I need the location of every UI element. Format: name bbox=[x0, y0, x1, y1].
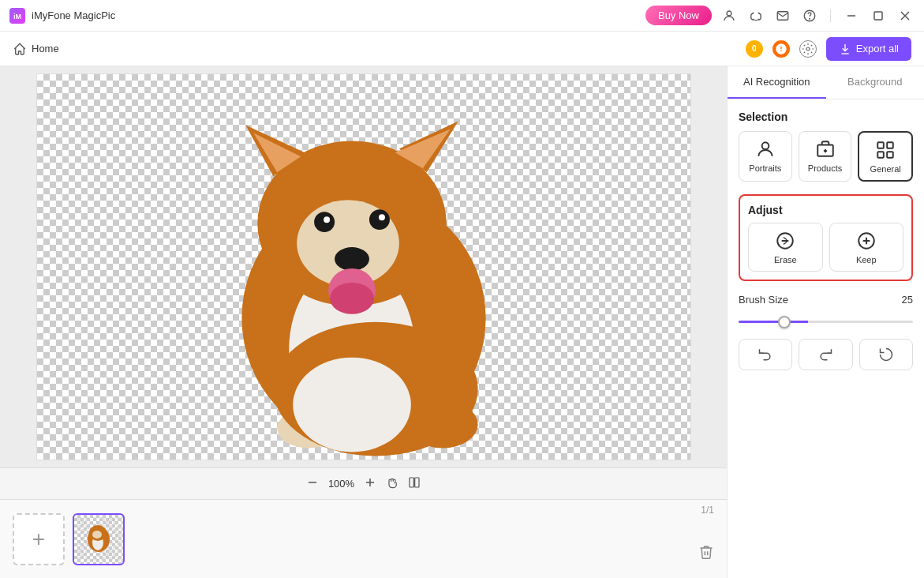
help-icon[interactable] bbox=[800, 6, 819, 25]
svg-rect-7 bbox=[874, 12, 882, 20]
brush-size-value: 25 bbox=[902, 294, 913, 306]
svg-rect-49 bbox=[887, 152, 893, 158]
products-icon bbox=[814, 138, 836, 160]
svg-rect-48 bbox=[877, 152, 884, 158]
selection-general-button[interactable]: General bbox=[858, 131, 913, 182]
canvas-image[interactable] bbox=[36, 73, 691, 460]
main-area: 100% 1/1 + AI R bbox=[0, 66, 924, 578]
home-button[interactable]: Home bbox=[13, 42, 59, 56]
general-icon bbox=[874, 139, 896, 161]
svg-point-23 bbox=[324, 216, 330, 223]
svg-point-22 bbox=[314, 212, 335, 232]
svg-point-25 bbox=[378, 214, 384, 220]
products-label: Products bbox=[808, 163, 842, 173]
app-logo: iM bbox=[9, 8, 25, 24]
settings-icon[interactable] bbox=[799, 40, 817, 58]
thumbnail-strip: 1/1 + bbox=[0, 499, 727, 578]
export-all-button[interactable]: Export all bbox=[826, 37, 911, 61]
general-label: General bbox=[870, 164, 901, 174]
adjust-grid: Erase Keep bbox=[748, 223, 903, 272]
undo-button[interactable] bbox=[739, 339, 792, 370]
user-icon[interactable] bbox=[720, 6, 739, 25]
toolbar-right: 0 Export all bbox=[746, 37, 911, 61]
svg-point-10 bbox=[806, 47, 810, 51]
panel-tabs: AI Recognition Background bbox=[728, 66, 924, 99]
page-count: 1/1 bbox=[701, 505, 714, 516]
selection-grid: Portraits Products General bbox=[739, 131, 913, 182]
brush-size-slider[interactable] bbox=[739, 321, 913, 323]
erase-button[interactable]: Erase bbox=[748, 223, 823, 272]
close-button[interactable] bbox=[896, 6, 915, 25]
canvas-area: 100% 1/1 + bbox=[0, 66, 727, 578]
svg-point-5 bbox=[810, 18, 810, 19]
mail-icon[interactable] bbox=[773, 6, 792, 25]
svg-point-24 bbox=[368, 209, 389, 230]
notification-orange[interactable] bbox=[772, 40, 790, 58]
hand-tool-button[interactable] bbox=[386, 476, 398, 492]
dog-svg bbox=[37, 73, 690, 460]
export-label: Export all bbox=[856, 43, 899, 54]
titlebar-right: Buy Now bbox=[645, 6, 915, 25]
selection-products-button[interactable]: Products bbox=[799, 131, 852, 182]
thumbnail-item[interactable] bbox=[73, 513, 125, 565]
svg-point-19 bbox=[335, 247, 369, 271]
titlebar-left: iM iMyFone MagicPic bbox=[9, 8, 115, 24]
panel-content: Selection Portraits Products bbox=[728, 99, 924, 578]
reset-button[interactable] bbox=[859, 339, 913, 370]
buy-now-button[interactable]: Buy Now bbox=[645, 6, 712, 25]
svg-rect-47 bbox=[887, 142, 893, 148]
svg-point-21 bbox=[330, 283, 374, 314]
brush-size-row: Brush Size 25 bbox=[739, 294, 913, 306]
discord-icon[interactable] bbox=[746, 6, 765, 25]
portraits-label: Portraits bbox=[749, 163, 781, 173]
svg-rect-33 bbox=[410, 478, 413, 487]
brush-size-label: Brush Size bbox=[739, 294, 788, 306]
svg-point-2 bbox=[727, 11, 731, 16]
divider bbox=[830, 9, 831, 22]
adjust-label: Adjust bbox=[748, 204, 903, 216]
keep-icon bbox=[855, 230, 877, 252]
portraits-icon bbox=[754, 138, 776, 160]
home-label: Home bbox=[32, 43, 59, 54]
zoom-minus-button[interactable] bbox=[306, 476, 319, 492]
brush-size-slider-container bbox=[739, 312, 913, 326]
add-icon: + bbox=[32, 527, 45, 552]
delete-thumbnail-button[interactable] bbox=[698, 544, 714, 564]
selection-portraits-button[interactable]: Portraits bbox=[739, 131, 792, 182]
adjust-section: Adjust Erase Keep bbox=[739, 194, 913, 281]
right-panel: AI Recognition Background Selection Port… bbox=[727, 66, 924, 578]
toolbar-left: Home bbox=[13, 42, 59, 56]
titlebar: iM iMyFone MagicPic Buy Now bbox=[0, 0, 924, 32]
svg-text:iM: iM bbox=[13, 13, 21, 21]
svg-rect-46 bbox=[877, 142, 884, 148]
app-title: iMyFone MagicPic bbox=[32, 9, 115, 21]
redo-button[interactable] bbox=[799, 339, 852, 370]
erase-label: Erase bbox=[774, 255, 797, 265]
keep-button[interactable]: Keep bbox=[829, 223, 904, 272]
zoom-plus-button[interactable] bbox=[364, 476, 376, 492]
svg-rect-34 bbox=[415, 478, 419, 487]
svg-point-43 bbox=[761, 142, 769, 149]
selection-label: Selection bbox=[739, 111, 913, 123]
notification-yellow[interactable]: 0 bbox=[746, 40, 763, 58]
zoom-level: 100% bbox=[328, 478, 354, 490]
action-row bbox=[739, 339, 913, 370]
tab-background[interactable]: Background bbox=[826, 66, 925, 99]
add-image-button[interactable]: + bbox=[13, 513, 65, 565]
zoom-bar: 100% bbox=[0, 467, 727, 499]
minimize-button[interactable] bbox=[842, 6, 861, 25]
maximize-button[interactable] bbox=[869, 6, 888, 25]
split-view-button[interactable] bbox=[408, 476, 421, 492]
canvas-viewport[interactable] bbox=[0, 66, 727, 467]
erase-icon bbox=[774, 230, 796, 252]
toolbar: Home 0 Export all bbox=[0, 32, 924, 66]
svg-point-42 bbox=[92, 531, 102, 539]
tab-ai-recognition[interactable]: AI Recognition bbox=[728, 66, 826, 99]
svg-point-29 bbox=[293, 358, 411, 452]
keep-label: Keep bbox=[856, 255, 877, 265]
